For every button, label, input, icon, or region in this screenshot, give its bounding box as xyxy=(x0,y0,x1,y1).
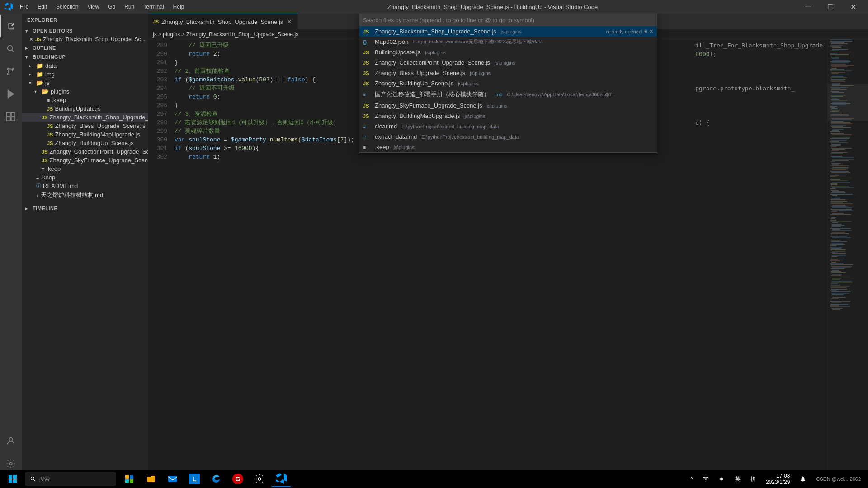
minimap[interactable] xyxy=(827,39,868,478)
search-result-skyfurnace[interactable]: JS Zhangty_SkyFurnace_Upgrade_Scene.js j… xyxy=(359,100,657,111)
search-result-buildingupdate[interactable]: JS BuildingUpdate.js js\plugins xyxy=(359,47,657,57)
code-token: return xyxy=(189,93,210,101)
maximize-button[interactable]: ☐ xyxy=(820,0,841,14)
taskbar-app-l[interactable]: L xyxy=(184,471,204,487)
js-file-icon: JS xyxy=(363,50,372,55)
open-editor-file[interactable]: ✕ JS Zhangty_Blacksmith_Shop_Upgrade_Sc.… xyxy=(22,35,148,43)
section-buildingup[interactable]: ▾ BUILDINGUP xyxy=(22,52,148,61)
json-file-icon: {} xyxy=(363,39,372,45)
menu-go[interactable]: Go xyxy=(104,3,119,11)
sidebar-item-bless[interactable]: JS Zhangty_Bless_Upgrade_Scene.js xyxy=(22,122,148,130)
line-number: 300 xyxy=(152,136,167,144)
sidebar-item-keep-1[interactable]: ≡ .keep xyxy=(22,96,148,104)
sidebar-item-skyfurnace[interactable]: JS Zhangty_SkyFurnace_Upgrade_Scene.js xyxy=(22,156,148,164)
sidebar-item-readme[interactable]: ⓘ README.md xyxy=(22,182,148,190)
search-result-clear-md[interactable]: ≡ clear.md E:\pythonProject\extract_buil… xyxy=(359,121,657,131)
far-right-spacer xyxy=(695,58,823,84)
app-l-icon: L xyxy=(189,474,200,484)
menu-help[interactable]: Help xyxy=(170,3,188,11)
taskbar-datetime[interactable]: 17:08 2023/1/29 xyxy=(762,473,793,485)
result-name: Zhangty_Bless_Upgrade_Scene.js xyxy=(375,70,465,76)
menu-run[interactable]: Run xyxy=(121,3,138,11)
activity-debug-icon[interactable] xyxy=(0,83,22,105)
menu-file[interactable]: File xyxy=(16,3,32,11)
menu-terminal[interactable]: Terminal xyxy=(140,3,167,11)
menu-view[interactable]: View xyxy=(84,3,103,11)
network-icon xyxy=(703,476,709,482)
activity-git-icon[interactable] xyxy=(0,61,22,82)
sidebar-item-keep-2[interactable]: ≡ .keep xyxy=(22,164,148,173)
buildingup-chevron: ▾ xyxy=(25,55,31,60)
titlebar-controls: ─ ☐ ✕ xyxy=(797,0,863,14)
close-button[interactable]: ✕ xyxy=(843,0,863,14)
sidebar-item-js[interactable]: ▾ 📂 js xyxy=(22,79,148,87)
sidebar-item-tianzhironglue[interactable]: ↓ 天之熔炉科技树结构.md xyxy=(22,190,148,200)
code-token: ){ xyxy=(252,144,259,153)
search-result-map002[interactable]: {} Map002.json E:\rpg_maker_workbase\无尽地… xyxy=(359,37,657,47)
section-outline[interactable]: ▸ OUTLINE xyxy=(22,43,148,52)
tray-notifications[interactable] xyxy=(796,471,810,487)
search-result-buildingup-scene[interactable]: JS Zhangty_BuildingUp_Scene.js js\plugin… xyxy=(359,78,657,89)
taskbar-vscode-app[interactable] xyxy=(271,471,291,487)
panel-icon[interactable]: ⊞ xyxy=(643,28,647,34)
menu-selection[interactable]: Selection xyxy=(52,3,82,11)
titlebar: File Edit Selection View Go Run Terminal… xyxy=(0,0,868,14)
result-full-path: C:\Users\lenovo\AppData\Local\Temp\360zi… xyxy=(507,92,616,97)
activity-explorer-icon[interactable] xyxy=(0,15,22,37)
svg-rect-8 xyxy=(7,117,10,121)
sidebar-item-blacksmith-active[interactable]: JS Zhangty_Blacksmith_Shop_Upgrade_Sc... xyxy=(22,113,148,122)
sidebar-scroll[interactable]: ▾ OPEN EDITORS ✕ JS Zhangty_Blacksmith_S… xyxy=(22,26,148,478)
sidebar-item-buildingupdate[interactable]: JS BuildingUpdate.js xyxy=(22,104,148,113)
search-result-bless[interactable]: JS Zhangty_Bless_Upgrade_Scene.js js\plu… xyxy=(359,68,657,78)
minimize-button[interactable]: ─ xyxy=(797,0,818,14)
search-overlay: JS Zhangty_Blacksmith_Shop_Upgrade_Scene… xyxy=(359,14,657,153)
tab-close-icon[interactable]: ✕ xyxy=(286,18,293,25)
taskbar-search-label: 搜索 xyxy=(39,475,50,483)
taskbar-antivirus[interactable]: G xyxy=(228,471,248,487)
taskbar-edge[interactable] xyxy=(206,471,226,487)
sidebar-item-img[interactable]: ▸ 📁 img xyxy=(22,70,148,79)
taskbar-mail[interactable] xyxy=(163,471,183,487)
tray-chevron[interactable]: ^ xyxy=(687,471,696,487)
menu-edit[interactable]: Edit xyxy=(34,3,51,11)
search-result-keep[interactable]: ≡ .keep js\plugins xyxy=(359,142,657,152)
taskbar-explorer[interactable] xyxy=(119,471,139,487)
tray-volume[interactable] xyxy=(715,471,729,487)
js-file-icon: JS xyxy=(363,70,372,76)
search-result-guochanhua[interactable]: ≡ 国产化迁移改造_部署手册（核心模块伴随） .md C:\Users\leno… xyxy=(359,89,657,100)
tab-blacksmith[interactable]: JS Zhangty_Blacksmith_Shop_Upgrade_Scene… xyxy=(148,14,298,29)
taskbar-settings-app[interactable] xyxy=(250,471,269,487)
search-input[interactable] xyxy=(363,17,653,23)
sidebar-item-collection[interactable]: JS Zhangty_CollectionPoint_Upgrade_Scene… xyxy=(22,147,148,156)
sidebar-item-buildingup-scene[interactable]: JS Zhangty_BuildingUp_Scene.js xyxy=(22,139,148,147)
js-file-icon: JS xyxy=(363,81,372,86)
section-open-editors[interactable]: ▾ OPEN EDITORS xyxy=(22,26,148,35)
sidebar-item-buildingmap[interactable]: JS Zhangty_BuildingMapUpgrade.js xyxy=(22,130,148,139)
activity-search-icon[interactable] xyxy=(0,38,22,60)
tray-ime-lang[interactable]: 英 xyxy=(731,471,744,487)
keep-icon: ≡ xyxy=(42,166,44,172)
sidebar-item-data[interactable]: ▸ 📁 data xyxy=(22,61,148,70)
close-icon[interactable]: ✕ xyxy=(29,36,33,42)
taskbar-search[interactable]: 搜索 xyxy=(25,472,116,486)
activity-extensions-icon[interactable] xyxy=(0,106,22,127)
tray-ime-mode[interactable]: 拼 xyxy=(747,471,760,487)
svg-point-11 xyxy=(9,462,12,465)
start-button[interactable] xyxy=(4,471,22,487)
search-result-buildingmap[interactable]: JS Zhangty_BuildingMapUpgrade.js js\plug… xyxy=(359,111,657,121)
search-result-blacksmith[interactable]: JS Zhangty_Blacksmith_Shop_Upgrade_Scene… xyxy=(359,26,657,37)
close-result-icon[interactable]: ✕ xyxy=(649,28,653,34)
sidebar: EXPLORER ▾ OPEN EDITORS ✕ JS Zhangty_Bla… xyxy=(22,14,148,478)
activity-account-icon[interactable] xyxy=(0,430,22,452)
taskbar-folder[interactable] xyxy=(141,471,161,487)
tray-network[interactable] xyxy=(699,471,712,487)
sidebar-item-keep-root[interactable]: ≡ .keep xyxy=(22,173,148,182)
search-result-collection[interactable]: JS Zhangty_CollectionPoint_Upgrade_Scene… xyxy=(359,57,657,68)
result-path: js\plugins xyxy=(495,60,515,66)
code-token: ; xyxy=(217,50,221,58)
search-result-extract-md[interactable]: ≡ extract_data.md E:\pythonProject\extra… xyxy=(359,131,657,142)
code-token: ( xyxy=(298,136,302,144)
code-token: if xyxy=(175,144,182,153)
section-timeline[interactable]: ▸ TIMELINE xyxy=(22,204,148,213)
sidebar-item-plugins[interactable]: ▾ 📂 plugins xyxy=(22,87,148,96)
